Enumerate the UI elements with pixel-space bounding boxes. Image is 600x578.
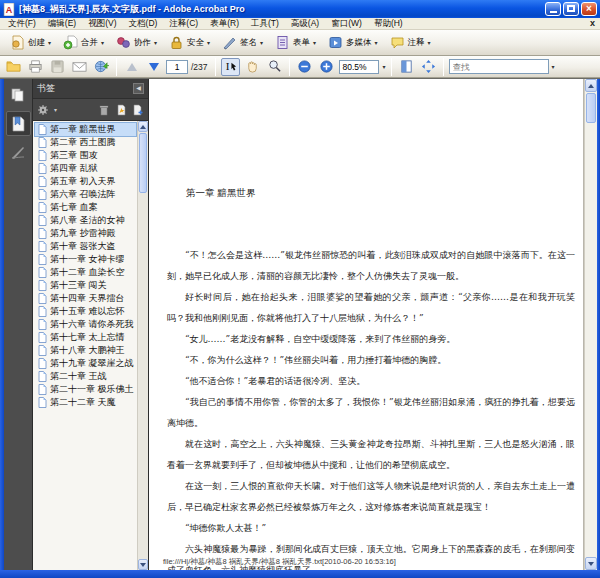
bookmarks-panel-title: 书签 xyxy=(37,82,55,95)
delete-bookmark-trash-icon[interactable] xyxy=(98,104,110,116)
comment-button[interactable]: 注释▾ xyxy=(386,33,435,52)
bookmark-item[interactable]: 第二章 西土图腾 xyxy=(35,136,136,149)
magnifier-icon xyxy=(267,59,282,74)
menubar-close-icon[interactable]: x xyxy=(590,18,595,28)
bookmark-item[interactable]: 第十九章 凝翠崖之战 xyxy=(35,357,136,370)
bookmarks-panel-tab[interactable] xyxy=(6,111,31,136)
chevron-down-icon: ▾ xyxy=(313,39,316,46)
bookmarks-scrollbar[interactable] xyxy=(137,121,148,570)
bookmark-item[interactable]: 第八章 圣洁的女神 xyxy=(35,214,136,227)
email-button[interactable] xyxy=(70,58,89,76)
maximize-button[interactable] xyxy=(563,2,579,16)
scroll-thumb[interactable] xyxy=(139,133,147,193)
menu-window[interactable]: 窗口(W) xyxy=(325,18,368,30)
bookmark-page-icon xyxy=(38,241,47,252)
bookmark-item[interactable]: 第十章 嚣张大盗 xyxy=(35,240,136,253)
next-page-button[interactable] xyxy=(144,58,163,76)
close-button[interactable]: × xyxy=(581,2,597,16)
create-button[interactable]: 创建▾ xyxy=(6,33,55,52)
bookmark-item[interactable]: 第十三章 闯关 xyxy=(35,279,136,292)
paragraph: “他不适合你！”老暴君的话语很冷冽、坚决。 xyxy=(167,371,575,392)
scroll-up-icon[interactable] xyxy=(585,79,597,92)
page-number-input[interactable] xyxy=(166,60,188,74)
menu-forms[interactable]: 表单(R) xyxy=(204,18,245,30)
bookmark-item[interactable]: 第十七章 太上忘情 xyxy=(35,331,136,344)
bookmark-item[interactable]: 第一章 黯黑世界 xyxy=(35,123,136,136)
bookmark-item[interactable]: 第五章 初入天界 xyxy=(35,175,136,188)
highlight-bookmark-icon[interactable] xyxy=(115,104,127,116)
minimize-button[interactable] xyxy=(545,2,561,16)
select-tool-button[interactable]: I xyxy=(221,58,240,76)
menu-document[interactable]: 文档(D) xyxy=(123,18,164,30)
menu-tools[interactable]: 工具(T) xyxy=(245,18,285,30)
bookmark-item[interactable]: 第九章 抄雷神殿 xyxy=(35,227,136,240)
multimedia-button[interactable]: 多媒体▾ xyxy=(324,33,382,52)
new-bookmark-icon[interactable] xyxy=(132,104,144,116)
bookmark-item[interactable]: 第十五章 难以忘怀 xyxy=(35,305,136,318)
bookmark-item[interactable]: 第十八章 大鹏神王 xyxy=(35,344,136,357)
bookmark-item[interactable]: 第二十章 王战 xyxy=(35,370,136,383)
bookmark-item[interactable]: 第三章 围攻 xyxy=(35,149,136,162)
pages-panel-tab[interactable] xyxy=(6,82,31,107)
main-area: 书签 ◀ ▾ 第一章 黯黑世界 第二章 西土图腾 第三章 围攻 第四章 乱狱 第… xyxy=(0,78,600,570)
document-page[interactable]: 第一章 黯黑世界 “不！怎么会是这样……”银龙伟丝丽惊恐的叫着，此刻泪珠成双成对… xyxy=(149,79,584,570)
scroll-down-icon[interactable] xyxy=(138,559,148,570)
document-scrollbar[interactable] xyxy=(584,79,597,570)
select-cursor-icon: I xyxy=(223,59,238,74)
bookmark-item[interactable]: 第十二章 血染长空 xyxy=(35,266,136,279)
previous-page-button[interactable] xyxy=(122,58,141,76)
collaborate-button[interactable]: 协作▾ xyxy=(112,33,161,52)
save-button[interactable] xyxy=(48,58,67,76)
scroll-down-icon[interactable] xyxy=(585,557,597,570)
bookmarks-panel-header: 书签 ◀ xyxy=(33,79,148,99)
zoom-out-button[interactable] xyxy=(295,58,314,76)
bookmark-item[interactable]: 第七章 血案 xyxy=(35,201,136,214)
bookmark-item[interactable]: 第六章 召唤法阵 xyxy=(35,188,136,201)
sign-button[interactable]: 签名▾ xyxy=(218,33,267,52)
menu-file[interactable]: 文件(F) xyxy=(2,18,42,30)
bookmark-item[interactable]: 第十一章 女神卡缪 xyxy=(35,253,136,266)
share-button[interactable] xyxy=(92,58,111,76)
envelope-icon xyxy=(72,59,87,74)
bookmark-item[interactable]: 第二十一章 极乐佛土 xyxy=(35,383,136,396)
find-dropdown-icon[interactable]: ▾ xyxy=(552,63,555,70)
zoom-in-button[interactable] xyxy=(317,58,336,76)
menu-comments[interactable]: 注释(C) xyxy=(163,18,204,30)
bookmark-page-icon xyxy=(38,163,47,174)
scroll-track[interactable] xyxy=(585,92,597,557)
signatures-panel-tab[interactable] xyxy=(6,140,31,165)
zoom-dropdown-icon[interactable]: ▾ xyxy=(383,63,386,70)
chevron-down-icon[interactable]: ▾ xyxy=(54,106,57,113)
save-floppy-icon xyxy=(50,59,65,74)
bookmark-page-icon xyxy=(38,228,47,239)
menu-help[interactable]: 帮助(H) xyxy=(368,18,409,30)
fullscreen-button[interactable] xyxy=(419,58,438,76)
options-gear-icon[interactable] xyxy=(37,104,49,116)
secure-button[interactable]: 安全▾ xyxy=(165,33,214,52)
zoom-level-box[interactable]: 80.5% xyxy=(339,60,379,74)
titlebar[interactable]: A [神墓8_祸乱天界].辰东.文字版.pdf - Adobe Acrobat … xyxy=(0,0,600,18)
bookmark-item[interactable]: 第十四章 天界擂台 xyxy=(35,292,136,305)
panel-collapse-button[interactable]: ◀ xyxy=(133,83,144,94)
scrolling-mode-button[interactable] xyxy=(397,58,416,76)
acrobat-app-icon: A xyxy=(3,3,16,16)
forms-button[interactable]: 表单▾ xyxy=(271,33,320,52)
bookmark-item[interactable]: 第十六章 请你杀死我 xyxy=(35,318,136,331)
open-button[interactable] xyxy=(4,58,23,76)
scroll-thumb[interactable] xyxy=(586,93,596,123)
bookmark-item[interactable]: 第二十二章 天魔 xyxy=(35,396,136,409)
combine-button[interactable]: 合并▾ xyxy=(59,33,108,52)
bookmark-item[interactable]: 第四章 乱狱 xyxy=(35,162,136,175)
find-input[interactable] xyxy=(449,59,549,74)
menu-edit[interactable]: 编辑(E) xyxy=(42,18,82,30)
scroll-up-icon[interactable] xyxy=(138,121,148,132)
combine-icon xyxy=(63,35,78,50)
print-button[interactable] xyxy=(26,58,45,76)
page-count-label: /237 xyxy=(191,62,208,72)
scroll-track[interactable] xyxy=(138,132,148,559)
menu-advanced[interactable]: 高级(A) xyxy=(285,18,325,30)
collaborate-icon xyxy=(116,35,131,50)
marquee-zoom-button[interactable] xyxy=(265,58,284,76)
menu-view[interactable]: 视图(V) xyxy=(82,18,122,30)
hand-tool-button[interactable] xyxy=(243,58,262,76)
